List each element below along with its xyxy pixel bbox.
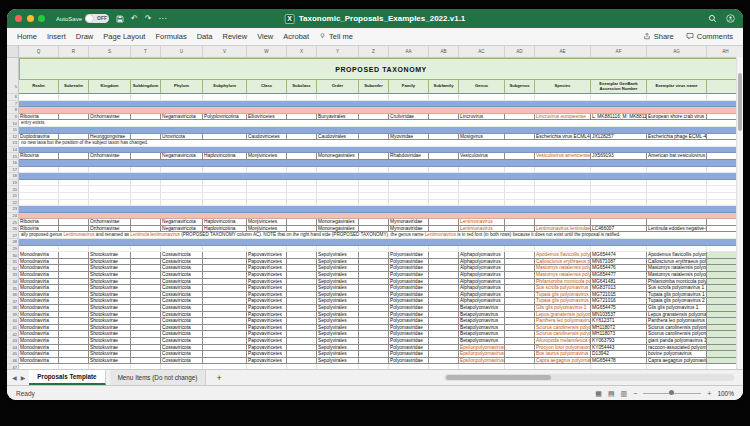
cell[interactable] bbox=[287, 153, 317, 160]
highlight-band-pink[interactable] bbox=[19, 213, 743, 220]
cell[interactable] bbox=[505, 364, 535, 369]
cell[interactable] bbox=[59, 358, 89, 365]
cell[interactable]: Epsilonpolyomavirus bbox=[459, 345, 505, 352]
cell[interactable] bbox=[161, 364, 203, 369]
cell[interactable]: Shotokuvirae bbox=[89, 272, 131, 279]
cell[interactable]: Betapolyomavirus bbox=[459, 338, 505, 345]
cell[interactable]: Shotokuvirae bbox=[89, 331, 131, 338]
cell[interactable] bbox=[247, 200, 287, 207]
cell[interactable]: Sepolyvirales bbox=[317, 292, 359, 299]
cell[interactable] bbox=[247, 193, 287, 200]
cell[interactable] bbox=[287, 338, 317, 345]
cell[interactable] bbox=[591, 246, 647, 253]
cell[interactable]: Tupaia glis polyomavirus 2 bbox=[535, 298, 591, 305]
vertical-scrollbar[interactable] bbox=[736, 57, 743, 369]
cell[interactable]: Papovaviricetes bbox=[247, 345, 287, 352]
cell[interactable]: Mononegavirales bbox=[317, 226, 359, 233]
column-header-Y[interactable]: Y bbox=[317, 46, 359, 57]
cell[interactable]: Callosciurus erythraeus polyomavirus 1 bbox=[535, 259, 591, 266]
cell[interactable] bbox=[317, 364, 359, 369]
taxonomy-column-header[interactable]: Kingdom bbox=[89, 80, 131, 94]
cell[interactable] bbox=[161, 193, 203, 200]
cell[interactable] bbox=[429, 193, 459, 200]
cell[interactable]: D13942 bbox=[591, 351, 647, 358]
cell[interactable]: Sepolyvirales bbox=[317, 345, 359, 352]
cell[interactable] bbox=[505, 358, 535, 365]
menu-tab-insert[interactable]: Insert bbox=[47, 32, 66, 41]
row-header[interactable]: 45 bbox=[7, 351, 19, 358]
cell[interactable] bbox=[429, 331, 459, 338]
cell[interactable]: Cruliviridae bbox=[389, 114, 429, 121]
row-header[interactable]: 38 bbox=[7, 305, 19, 312]
cell[interactable]: Papovaviricetes bbox=[247, 259, 287, 266]
cell[interactable]: Sepolyvirales bbox=[317, 358, 359, 365]
cell[interactable] bbox=[287, 134, 317, 141]
cell[interactable] bbox=[359, 364, 389, 369]
cell[interactable]: American bat vesiculovirus bbox=[647, 153, 707, 160]
cell[interactable] bbox=[505, 153, 535, 160]
cell[interactable] bbox=[203, 272, 247, 279]
cell[interactable] bbox=[131, 246, 161, 253]
cell[interactable] bbox=[287, 364, 317, 369]
cell[interactable]: Betapolyomavirus bbox=[459, 305, 505, 312]
cell[interactable]: Shotokuvirae bbox=[89, 318, 131, 325]
cell[interactable] bbox=[131, 252, 161, 259]
cell[interactable] bbox=[59, 114, 89, 121]
cell[interactable]: Negarnaviricota bbox=[161, 153, 203, 160]
cell[interactable]: Apodemus flavicollis polyomavirus 1 bbox=[535, 252, 591, 259]
column-header-Z[interactable]: Z bbox=[359, 46, 389, 57]
cell[interactable] bbox=[647, 94, 707, 101]
taxonomy-column-header[interactable]: Species bbox=[535, 80, 591, 94]
menu-tab-formulas[interactable]: Formulas bbox=[155, 32, 186, 41]
cell[interactable] bbox=[535, 364, 591, 369]
cell[interactable] bbox=[591, 180, 647, 187]
autosave-control[interactable]: AutoSave OFF bbox=[56, 14, 109, 23]
cell[interactable]: Mononegavirales bbox=[317, 219, 359, 226]
cell[interactable] bbox=[359, 219, 389, 226]
comments-button[interactable]: Comments bbox=[686, 32, 733, 42]
menu-tab-data[interactable]: Data bbox=[197, 32, 213, 41]
cell[interactable] bbox=[535, 186, 591, 193]
cell[interactable] bbox=[359, 94, 389, 101]
cell[interactable]: Orthornavirae bbox=[89, 219, 131, 226]
cell[interactable] bbox=[647, 364, 707, 369]
cell[interactable]: Caudovirales bbox=[317, 134, 359, 141]
cell[interactable] bbox=[131, 345, 161, 352]
share-button[interactable]: Share bbox=[643, 32, 674, 42]
cell[interactable]: Riboviria bbox=[19, 153, 59, 160]
cell[interactable] bbox=[429, 186, 459, 193]
cell[interactable] bbox=[287, 226, 317, 233]
cell[interactable]: Escherichia virus ECML4 bbox=[535, 134, 591, 141]
cell[interactable]: Polyomaviridae bbox=[389, 298, 429, 305]
cell[interactable]: Sus scrofa polyomavirus 1 bbox=[535, 285, 591, 292]
cell[interactable] bbox=[359, 153, 389, 160]
cell[interactable]: Philantomba monticola polyomavirus 1 bbox=[535, 279, 591, 286]
taxonomy-column-header[interactable]: Subgenus bbox=[505, 80, 535, 94]
cell[interactable]: Orthornavirae bbox=[89, 226, 131, 233]
cell[interactable]: Polyomaviridae bbox=[389, 331, 429, 338]
cell[interactable] bbox=[505, 331, 535, 338]
menu-tab-page-layout[interactable]: Page Layout bbox=[103, 32, 145, 41]
row-header[interactable]: 33 bbox=[7, 272, 19, 279]
cell[interactable]: Polyomaviridae bbox=[389, 338, 429, 345]
cell[interactable] bbox=[359, 114, 389, 121]
tell-me-button[interactable]: Tell me bbox=[319, 32, 353, 42]
row-header[interactable]: 10 bbox=[7, 120, 19, 127]
row-header[interactable]: 26 bbox=[7, 226, 19, 233]
cell[interactable] bbox=[459, 180, 505, 187]
cell[interactable] bbox=[429, 279, 459, 286]
row-header[interactable]: 9 bbox=[7, 114, 19, 121]
cell[interactable]: Alphapolyomavirus bbox=[459, 252, 505, 259]
normal-view-icon[interactable]: ▦ bbox=[595, 390, 602, 397]
cell[interactable] bbox=[287, 318, 317, 325]
taxonomy-column-header[interactable]: Class bbox=[247, 80, 287, 94]
column-header-AA[interactable]: AA bbox=[389, 46, 429, 57]
cell[interactable]: Cossaviricota bbox=[161, 265, 203, 272]
cell[interactable] bbox=[287, 272, 317, 279]
cell[interactable] bbox=[389, 186, 429, 193]
vertical-scrollbar-thumb[interactable] bbox=[738, 73, 742, 131]
cell[interactable]: Monjiviricetes bbox=[247, 226, 287, 233]
cell[interactable]: Polyomaviridae bbox=[389, 325, 429, 332]
cell[interactable] bbox=[505, 298, 535, 305]
row-header[interactable]: 30 bbox=[7, 252, 19, 259]
